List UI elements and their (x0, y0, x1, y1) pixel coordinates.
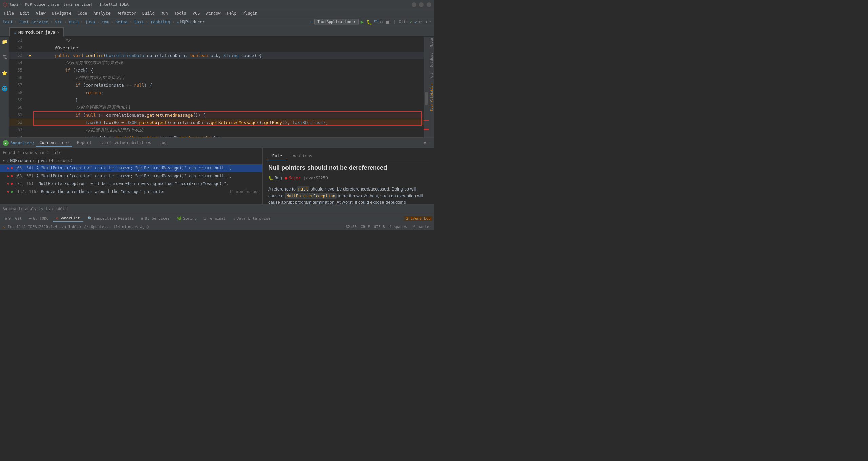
nav-back-icon[interactable]: ⬅ (310, 20, 312, 24)
rule-tab-rule[interactable]: Rule (268, 152, 286, 160)
indent[interactable]: 4 spaces (389, 225, 407, 229)
issue-text-1: A "NullPointerException" could be thrown… (36, 174, 260, 178)
menu-analyze[interactable]: Analyze (91, 10, 113, 16)
bug-badge: 🐛 Bug (268, 176, 282, 180)
settings-icon[interactable]: ⚙ (380, 19, 383, 24)
tab-current-file[interactable]: Current file (36, 139, 72, 147)
git-label: Git: (399, 20, 408, 24)
stop-button[interactable]: ⏹ (385, 19, 390, 25)
issue-row-0[interactable]: ⚑ ● (66, 34) A "NullPointerException" co… (0, 164, 262, 172)
run-button[interactable]: ▶ (361, 19, 364, 25)
close-button[interactable]: ✕ (427, 2, 431, 7)
sonarlint-content: Found 4 issues in 1 file ▾ ☕ MQProducer.… (0, 148, 434, 204)
git-undo-icon[interactable]: ↺ (425, 20, 427, 24)
line-ending[interactable]: CRLF (361, 225, 370, 229)
scrollbar-thumb[interactable] (425, 92, 428, 105)
menu-vcs[interactable]: VCS (190, 10, 203, 16)
tab-terminal[interactable]: ⊡ Terminal (201, 215, 229, 222)
menu-refactor[interactable]: Refactor (114, 10, 139, 16)
tab-spring[interactable]: 🌿 Spring (174, 215, 200, 222)
menu-view[interactable]: View (33, 10, 48, 16)
sidebar-project-icon[interactable]: 📁 (1, 38, 8, 45)
issue-row-3[interactable]: ⚑ ● (137, 116) Remove the parentheses ar… (0, 188, 262, 196)
window-controls[interactable]: ─ □ ✕ (412, 2, 431, 7)
tab-inspection[interactable]: 🔍 Inspection Results (84, 215, 137, 222)
tab-close-button[interactable]: × (57, 30, 60, 34)
breadcrumb-rabbitmq[interactable]: rabbitmq (151, 20, 170, 24)
status-update-text: IntelliJ IDEA 2020.1.4 available: // Upd… (8, 225, 149, 229)
issue-text-0: A "NullPointerException" could be thrown… (36, 166, 260, 171)
java-ent-icon: ☕ (233, 216, 236, 221)
tab-java-enterprise[interactable]: ☕ Java Enterprise (230, 215, 274, 222)
tab-git[interactable]: ⊞ 9: Git (1, 215, 25, 222)
minimize-panel-icon[interactable]: ─ (429, 141, 431, 145)
rule-detail-panel: Rule Locations Null pointers should not … (263, 148, 434, 204)
ant-panel-label[interactable]: Ant (429, 71, 434, 79)
encoding[interactable]: UTF-8 (374, 225, 385, 229)
sonarlint-run-button[interactable]: ▶ (3, 140, 9, 146)
menu-file[interactable]: File (1, 10, 17, 16)
menu-help[interactable]: Help (224, 10, 239, 16)
window-title: taxi - MQProducer.java [taxi-service] - … (9, 2, 129, 7)
git-check-icon[interactable]: ✓ (410, 20, 412, 24)
minimize-button[interactable]: ─ (412, 2, 416, 7)
menu-edit[interactable]: Edit (17, 10, 33, 16)
database-panel-label[interactable]: Database (429, 51, 434, 68)
rule-tab-locations[interactable]: Locations (286, 152, 316, 160)
tab-log[interactable]: Log (156, 139, 170, 147)
settings-icon[interactable]: ⚙ (424, 141, 426, 145)
issue-severity-3: ● (11, 189, 13, 194)
maximize-button[interactable]: □ (419, 2, 424, 7)
breadcrumb-java[interactable]: java (85, 20, 95, 24)
git-branch[interactable]: ⎇ master (411, 225, 431, 229)
sidebar-web-icon[interactable]: 🌐 (1, 85, 8, 92)
tab-report[interactable]: Report (74, 139, 95, 147)
run-with-coverage-button[interactable]: 🛡 (374, 19, 378, 24)
file-expand-icon[interactable]: ▾ (3, 159, 5, 163)
menu-run[interactable]: Run (158, 10, 171, 16)
git-push-icon[interactable]: ↑ (429, 20, 431, 24)
menu-tools[interactable]: Tools (172, 10, 189, 16)
tab-todo[interactable]: ≡ 6: TODO (26, 215, 52, 222)
breadcrumb-taxi2[interactable]: taxi (134, 20, 144, 24)
menu-plugin[interactable]: Plugin (240, 10, 260, 16)
java-ent-label: Java Enterprise (237, 216, 270, 221)
tab-services[interactable]: ⊞ 8: Services (138, 215, 173, 222)
menu-code[interactable]: Code (75, 10, 90, 16)
tab-taint[interactable]: Taint vulnerabilities (96, 139, 155, 147)
menu-window[interactable]: Window (203, 10, 223, 16)
issue-icon-0: ⚑ (7, 166, 9, 171)
breadcrumb-heima[interactable]: heima (115, 20, 127, 24)
breadcrumb-taxi[interactable]: taxi (3, 20, 13, 24)
maven-panel-label[interactable]: Maven (429, 37, 434, 48)
code-line-51: 51 */ (9, 37, 429, 44)
sidebar-structure-icon[interactable]: 🏗 (1, 54, 8, 61)
issue-loc-3: (137, 116) (15, 189, 38, 194)
breadcrumb-main[interactable]: main (69, 20, 79, 24)
breadcrumb-src[interactable]: src (55, 20, 62, 24)
inspection-label: Inspection Results (94, 216, 134, 221)
breadcrumb-com[interactable]: com (101, 20, 109, 24)
null-code: null (297, 186, 310, 192)
breadcrumb-taxi-service[interactable]: taxi-service (19, 20, 48, 24)
git-history-icon[interactable]: ⟳ (419, 20, 422, 24)
breadcrumb-mqproducer[interactable]: MQProducer (180, 20, 205, 24)
spring-label: Spring (183, 216, 197, 221)
run-config-selector[interactable]: TaxiApplication ▾ (314, 19, 359, 25)
menu-bar: File Edit View Navigate Code Analyze Ref… (0, 9, 434, 17)
git-commit-icon[interactable]: ✔ (414, 20, 417, 24)
menu-navigate[interactable]: Navigate (49, 10, 74, 16)
sidebar-favorites-icon[interactable]: ⭐ (1, 69, 8, 77)
code-line-63: 63 //处理消息返回用户打车状态 (9, 126, 429, 134)
tab-sonarlint[interactable]: ⊘ SonarLint (53, 215, 83, 222)
todo-tab-label: 6: TODO (33, 216, 48, 221)
issue-loc-1: (68, 36) (15, 174, 34, 178)
issue-row-1[interactable]: ⚑ ● (68, 36) A "NullPointerException" co… (0, 172, 262, 180)
tab-java-icon: ☕ (14, 30, 16, 35)
menu-build[interactable]: Build (140, 10, 157, 16)
tab-mqproducer[interactable]: ☕ MQProducer.java × (9, 27, 64, 36)
bean-validation-label[interactable]: Bean Validation (429, 82, 434, 113)
debug-button[interactable]: 🐛 (366, 19, 372, 25)
event-log-badge[interactable]: 2 Event Log (404, 216, 433, 221)
issue-row-2[interactable]: ⚑ ● (72, 16) "NullPointerException" will… (0, 180, 262, 188)
